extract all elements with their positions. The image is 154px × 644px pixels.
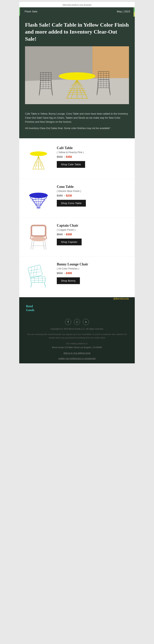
product-row-captain-chair: Captain Chair ( Copper Finish ) $500 - $…: [19, 218, 135, 256]
cafe-table-price-old: $500: [57, 155, 63, 158]
bunny-chair-price-old: $500: [57, 272, 63, 275]
svg-line-74: [40, 196, 45, 208]
cafe-table-price: $500 - $350: [57, 155, 129, 158]
social-icons-row: f ◻ ➤: [25, 319, 129, 325]
cono-table-image: [25, 185, 52, 212]
svg-line-88: [33, 266, 35, 276]
cafe-table-name: Café Table: [57, 146, 129, 150]
product-row-cafe-table: Café Table ( Yellow & Peachy Pink ) $500…: [19, 140, 135, 179]
cono-table-price-new: $230: [66, 194, 72, 197]
product-row-cono-table: Cono Table ( Electric Blue Finish ) $380…: [19, 179, 135, 218]
svg-line-89: [36, 266, 37, 276]
captain-chair-subtitle: ( Copper Finish ): [57, 228, 129, 231]
svg-line-87: [31, 267, 32, 276]
svg-point-77: [31, 237, 46, 241]
cafe-table-image: [25, 146, 52, 173]
add-to-address-book-link[interactable]: Add us to your address book: [25, 352, 129, 354]
captain-chair-price-old: $500: [57, 233, 63, 236]
svg-text:Bend: Bend: [26, 304, 33, 308]
cono-table-price-old: $380: [57, 194, 63, 197]
svg-point-63: [29, 193, 48, 198]
header-flash-sale: Flash Sale: [25, 10, 37, 13]
cono-table-info: Cono Table ( Electric Blue Finish ) $380…: [57, 185, 129, 206]
cafe-table-price-new: $350: [66, 155, 72, 158]
body-paragraph-2: All Inventory Clear-Out Sales final. Som…: [25, 126, 129, 130]
svg-point-53: [30, 152, 47, 156]
svg-line-90: [29, 269, 40, 270]
hero-image: [25, 46, 129, 104]
svg-rect-85: [28, 265, 42, 278]
captain-chair-price: $500 - $300: [57, 233, 129, 236]
hero-title: Flash Sale! Cafe Table in Yellow Color F…: [25, 22, 129, 42]
cono-table-subtitle: ( Electric Blue Finish ): [57, 190, 129, 192]
body-paragraph-1: Cafe Table in Yellow, Bunny Lounge, Cono…: [25, 112, 129, 124]
email-footer: Bend Goods @BendGoods f ◻ ➤ Copyright (C…: [19, 297, 135, 363]
svg-line-81: [43, 241, 44, 250]
preheader: View this email in your browser: [19, 2, 135, 7]
svg-point-4: [59, 72, 95, 80]
captain-chair-name: Captain Chair: [57, 224, 129, 228]
svg-line-80: [33, 241, 34, 250]
header-date: May | 2023: [117, 10, 130, 13]
cafe-table-info: Café Table ( Yellow & Peachy Pink ) $500…: [57, 146, 129, 168]
bunny-chair-image: [25, 262, 52, 289]
shop-cafe-table-button[interactable]: Shop Cafe Table: [57, 161, 85, 168]
cono-table-price: $380 - $230: [57, 194, 129, 197]
footer-copyright: Copyright (C) 2023 Bend Goods LLC. All r…: [25, 328, 129, 330]
hero-section: Flash Sale! Cafe Table in Yellow Color F…: [19, 16, 135, 108]
cono-table-name: Cono Table: [57, 185, 129, 189]
footer-handle: @BendGoods: [113, 297, 129, 300]
shop-captain-button[interactable]: Shop Captain: [57, 238, 82, 245]
footer-logo: Bend Goods: [25, 303, 38, 314]
products-section: Café Table ( Yellow & Peachy Pink ) $500…: [19, 138, 135, 297]
svg-line-97: [31, 282, 32, 288]
footer-address: Bend Goods 123 Main Street Los Angeles, …: [25, 346, 129, 349]
svg-line-70: [32, 196, 37, 208]
footer-address-label: Our mailing address is:: [25, 342, 129, 345]
captain-chair-price-new: $300: [66, 233, 72, 236]
body-text-section: Cafe Table in Yellow, Bunny Lounge, Cono…: [19, 108, 135, 138]
footer-desc: You are receiving this email because you…: [25, 333, 129, 340]
svg-line-79: [45, 240, 46, 250]
view-in-browser-link[interactable]: View this email in your browser: [62, 4, 91, 6]
svg-line-98: [44, 282, 46, 288]
shop-bunny-button[interactable]: Shop Bunny: [57, 277, 80, 284]
captain-chair-info: Captain Chair ( Copper Finish ) $500 - $…: [57, 224, 129, 245]
cafe-table-subtitle: ( Yellow & Peachy Pink ): [57, 151, 129, 154]
bunny-chair-info: Bunny Lounge Chair ( All Color Finishes …: [57, 262, 129, 284]
svg-text:Goods: Goods: [26, 308, 34, 312]
bunny-chair-subtitle: ( All Color Finishes ): [57, 267, 129, 270]
captain-chair-image: [25, 224, 52, 250]
footer-preferences-link[interactable]: update your preferences or unsubscribe: [58, 357, 96, 360]
bunny-chair-price: $500 - $300: [57, 272, 129, 275]
facebook-icon[interactable]: f: [65, 319, 71, 325]
product-row-bunny-chair: Bunny Lounge Chair ( All Color Finishes …: [19, 256, 135, 295]
bunny-chair-price-new: $300: [66, 272, 72, 275]
twitter-icon[interactable]: ➤: [83, 319, 89, 325]
bunny-chair-name: Bunny Lounge Chair: [57, 262, 129, 266]
svg-line-78: [31, 240, 32, 250]
svg-rect-76: [31, 226, 46, 236]
shop-cono-table-button[interactable]: Shop Cono Table: [57, 200, 86, 206]
svg-line-91: [29, 272, 41, 273]
instagram-icon[interactable]: ◻: [74, 319, 80, 325]
svg-rect-3: [92, 46, 129, 78]
email-header: Flash Sale May | 2023: [19, 7, 135, 16]
footer-bottom: update your preferences or unsubscribe: [25, 357, 129, 360]
